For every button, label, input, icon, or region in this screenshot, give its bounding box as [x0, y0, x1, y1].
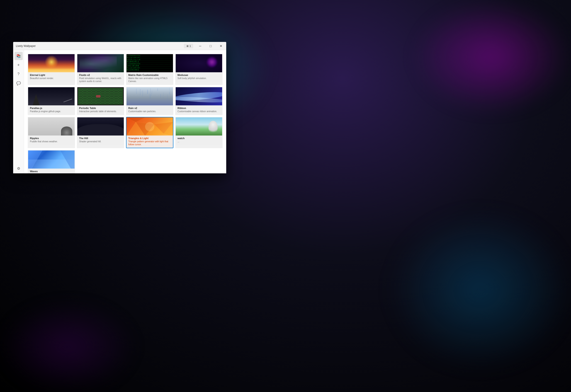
sidebar: 📚 + ? 💬 ⚙ — [13, 50, 24, 173]
card-thumbnail — [176, 87, 222, 105]
card-title: Ripples — [30, 137, 73, 140]
card-thumbnail — [77, 117, 124, 136]
card-info: Periodic Table Interactive periodic tabl… — [77, 105, 124, 115]
card-thumbnail — [77, 54, 124, 72]
add-icon: + — [17, 63, 20, 68]
message-icon: 💬 — [16, 81, 21, 85]
card-description: Shader generated hill. — [79, 140, 122, 143]
wallpaper-card-watch[interactable]: watch ... — [175, 117, 223, 148]
minimize-button[interactable]: ─ — [195, 42, 205, 50]
sidebar-item-settings[interactable]: ⚙ — [14, 164, 23, 172]
card-info: Ribbon Customisable canvas ribbon animat… — [176, 105, 222, 115]
card-description: Beautiful sunset render. — [30, 77, 73, 80]
app-window: Lively Wallpaper 🖥 1 ─ □ ✕ 📚 + ? 💬 — [13, 42, 226, 173]
card-info: Waves Three.js wave simulation. — [28, 168, 75, 173]
card-info: Triangles & Light Triangle pattern gener… — [127, 136, 173, 148]
monitor-button[interactable]: 🖥 1 — [184, 44, 193, 48]
main-content: Eternal Light Beautiful sunset render. F… — [24, 50, 226, 173]
wallpaper-card-rain-v2[interactable]: Rain v2 Customisable rain particles. — [126, 87, 173, 115]
wallpaper-card-fluids-v2[interactable]: Fluids v2 Fluid simulation using WebGL, … — [77, 54, 124, 85]
card-title: Waves — [30, 170, 73, 173]
wallpaper-grid: Eternal Light Beautiful sunset render. F… — [28, 54, 223, 173]
sidebar-item-help[interactable]: ? — [14, 70, 23, 78]
wallpaper-card-parallax[interactable]: Parallax.js Parallax.js engine github pa… — [28, 87, 75, 115]
card-description: Fluid simulation using WebGL, reacts wit… — [79, 77, 122, 83]
card-info: The Hill Shader generated hill. — [77, 136, 124, 145]
card-title: The Hill — [79, 137, 122, 140]
titlebar-controls: 🖥 1 ─ □ ✕ — [184, 42, 226, 50]
card-info: Matrix Rain Customizable Matrix like rai… — [127, 72, 173, 84]
card-thumbnail — [28, 117, 75, 136]
card-title: Eternal Light — [30, 74, 73, 76]
card-title: Parallax.js — [30, 107, 73, 110]
wallpaper-card-matrix-rain[interactable]: ｱｲｳｴｵｶｷｸｹｺｻｼｽｾｿﾀﾁﾂﾃﾄﾅﾆﾇﾈﾉﾊﾋﾌﾍﾎ01001011ｱｲ… — [126, 54, 173, 85]
library-icon: 📚 — [16, 54, 21, 58]
wallpaper-card-periodic-table[interactable]: Periodic Table Interactive periodic tabl… — [77, 87, 124, 115]
card-thumbnail — [28, 54, 75, 72]
card-description: Customisable rain particles. — [128, 110, 171, 113]
wallpaper-card-waves[interactable]: Waves Three.js wave simulation. — [28, 150, 75, 173]
card-info: watch ... — [176, 136, 222, 145]
card-thumbnail — [28, 151, 75, 168]
help-icon: ? — [17, 72, 19, 76]
card-description: ... — [177, 140, 220, 143]
triangles-svg — [127, 117, 173, 136]
card-thumbnail — [176, 54, 222, 72]
card-description: Soft body jellyfish simulation. — [177, 77, 220, 80]
card-description: Triangle pattern generator with light th… — [128, 140, 171, 146]
card-thumbnail — [77, 87, 124, 105]
card-title: Rain v2 — [128, 107, 171, 110]
card-thumbnail — [176, 117, 222, 136]
maximize-button[interactable]: □ — [205, 42, 216, 50]
card-title: Triangles & Light — [128, 137, 171, 140]
matrix-text: ｱｲｳｴｵｶｷｸｹｺｻｼｽｾｿﾀﾁﾂﾃﾄﾅﾆﾇﾈﾉﾊﾋﾌﾍﾎ01001011ｱｲ… — [127, 54, 173, 72]
close-button[interactable]: ✕ — [216, 42, 226, 50]
svg-marker-4 — [127, 117, 145, 122]
card-info: Eternal Light Beautiful sunset render. — [28, 72, 75, 82]
monitor-count: 1 — [189, 45, 191, 47]
sidebar-item-add[interactable]: + — [14, 61, 23, 69]
monitor-icon: 🖥 — [186, 45, 189, 47]
card-info: Parallax.js Parallax.js engine github pa… — [28, 105, 75, 115]
card-title: Fluids v2 — [79, 74, 122, 76]
svg-point-6 — [145, 122, 154, 131]
card-thumbnail — [28, 87, 75, 105]
card-description: Parallax.js engine github page. — [30, 110, 73, 113]
card-description: Three.js wave simulation. — [30, 173, 73, 173]
card-info: Fluids v2 Fluid simulation using WebGL, … — [77, 72, 124, 84]
sidebar-item-library[interactable]: 📚 — [14, 52, 23, 60]
card-title: Periodic Table — [79, 107, 122, 110]
card-info: Ripples Puddle that shows weather. — [28, 136, 75, 145]
window-title: Lively Wallpaper — [16, 44, 36, 48]
sidebar-item-messages[interactable]: 💬 — [14, 79, 23, 87]
card-title: watch — [177, 137, 220, 140]
card-title: Ribbon — [177, 107, 220, 110]
card-description: Matrix like rain animation using HTML5 C… — [128, 77, 171, 83]
wallpaper-card-ripples[interactable]: Ripples Puddle that shows weather. — [28, 117, 75, 148]
card-thumbnail: ｱｲｳｴｵｶｷｸｹｺｻｼｽｾｿﾀﾁﾂﾃﾄﾅﾆﾇﾈﾉﾊﾋﾌﾍﾎ01001011ｱｲ… — [127, 54, 173, 72]
titlebar: Lively Wallpaper 🖥 1 ─ □ ✕ — [13, 42, 226, 50]
wallpaper-card-triangles-light[interactable]: Triangles & Light Triangle pattern gener… — [126, 117, 173, 148]
card-title: Medusae — [177, 74, 220, 76]
wallpaper-card-eternal-light[interactable]: Eternal Light Beautiful sunset render. — [28, 54, 75, 85]
card-info: Medusae Soft body jellyfish simulation. — [176, 72, 222, 82]
card-info: Rain v2 Customisable rain particles. — [127, 105, 173, 115]
settings-icon: ⚙ — [17, 166, 20, 171]
card-description: Interactive periodic table of elements. — [79, 110, 122, 113]
jellyfish — [206, 56, 218, 68]
card-thumbnail — [127, 117, 173, 136]
app-body: 📚 + ? 💬 ⚙ Eternal Li — [13, 50, 226, 173]
card-title: Matrix Rain Customizable — [128, 74, 171, 76]
card-description: Customisable canvas ribbon animation. — [177, 110, 220, 113]
card-thumbnail — [127, 87, 173, 105]
wallpaper-card-the-hill[interactable]: The Hill Shader generated hill. — [77, 117, 124, 148]
card-description: Puddle that shows weather. — [30, 140, 73, 143]
wallpaper-card-medusae[interactable]: Medusae Soft body jellyfish simulation. — [175, 54, 223, 85]
wallpaper-card-ribbon[interactable]: Ribbon Customisable canvas ribbon animat… — [175, 87, 223, 115]
